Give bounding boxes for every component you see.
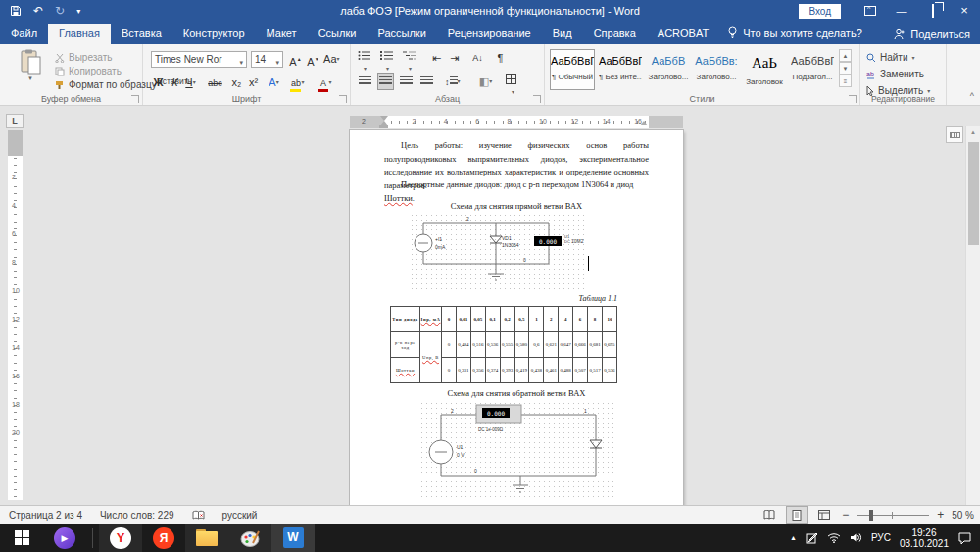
tray-expand-icon[interactable]: ▲ — [790, 534, 797, 541]
scrollbar-thumb[interactable] — [968, 142, 979, 245]
bold-button[interactable]: Ж — [151, 75, 166, 90]
cell-diode-name[interactable]: p-n пере ход — [391, 332, 420, 358]
zoom-level[interactable]: 50 % — [952, 510, 974, 521]
file-explorer-button[interactable] — [185, 524, 228, 552]
cell-voltage-value[interactable]: 0,419 — [514, 358, 529, 383]
vertical-ruler[interactable]: 2468101214161820 — [8, 130, 23, 500]
superscript-button[interactable]: х² — [246, 75, 261, 90]
gallery-down-icon[interactable]: ▼ — [839, 62, 852, 75]
font-color-button[interactable]: А▾ — [318, 75, 332, 90]
strikethrough-button[interactable]: abc — [208, 75, 222, 90]
restore-button[interactable] — [917, 0, 949, 22]
cell-current-value[interactable]: 8 — [588, 307, 603, 332]
word-taskbar-button[interactable]: W — [271, 524, 315, 552]
minimize-button[interactable]: — — [886, 0, 917, 22]
save-icon[interactable] — [10, 5, 22, 17]
cell-voltage-value[interactable]: 0,6 — [529, 332, 544, 358]
italic-button[interactable]: К — [168, 75, 182, 90]
zoom-slider[interactable] — [857, 509, 929, 521]
sign-in-button[interactable]: Вход — [799, 4, 841, 19]
cell-voltage-value[interactable]: 0,666 — [573, 332, 588, 358]
shading-button[interactable]: ◧▾ — [478, 74, 493, 89]
style-card[interactable]: АаБбВвГг,¶ Без инте... — [598, 49, 643, 90]
align-right-button[interactable] — [399, 74, 414, 89]
bullets-button[interactable]: ▾ — [358, 50, 372, 66]
taskbar-clock[interactable]: 19:2603.10.2021 — [900, 527, 949, 549]
borders-button[interactable]: ▾ — [506, 74, 520, 89]
styles-dialog-launcher-icon[interactable] — [849, 95, 857, 103]
ruler-toggle-button[interactable] — [946, 126, 963, 143]
zoom-out-button[interactable]: − — [842, 508, 849, 522]
wifi-icon[interactable] — [827, 532, 841, 543]
read-mode-icon[interactable] — [760, 507, 779, 523]
highlight-button[interactable]: ab▾ — [290, 75, 305, 90]
yandex-browser-button[interactable]: Y — [99, 524, 142, 552]
cell-current-value[interactable]: 0,1 — [485, 307, 500, 332]
tray-pen-icon[interactable] — [806, 532, 818, 544]
text-effects-button[interactable]: А▾ — [267, 75, 281, 90]
format-painter-button[interactable]: Формат по образцу — [55, 78, 157, 91]
paint-button[interactable] — [228, 524, 271, 552]
line-spacing-button[interactable]: ↕▾ — [445, 74, 461, 89]
cell-current-value[interactable]: 0 — [442, 307, 457, 332]
tab-ACROBAT[interactable]: ACROBAT — [647, 24, 719, 44]
speaker-icon[interactable] — [850, 532, 862, 543]
table-caption[interactable]: Таблица 1.1 — [390, 294, 617, 303]
caption-forward-circuit[interactable]: Схема для снятия прямой ветви ВАХ — [384, 201, 649, 211]
change-case-button[interactable]: Аа▾ — [323, 51, 340, 67]
tab-Рассылки[interactable]: Рассылки — [367, 24, 436, 44]
share-button[interactable]: Поделиться — [894, 28, 970, 40]
tab-Рецензирование[interactable]: Рецензирование — [437, 24, 542, 44]
decrease-indent-button[interactable]: ⇤ — [429, 50, 444, 66]
sort-button[interactable]: А↓ — [470, 50, 485, 66]
redo-icon[interactable]: ↻ — [55, 0, 65, 22]
zoom-slider-thumb[interactable] — [869, 510, 873, 521]
word-count[interactable]: Число слов: 229 — [91, 510, 183, 521]
cell-voltage-label[interactable]: Uпр, В — [420, 332, 442, 383]
cell-voltage-value[interactable]: 0,516 — [470, 332, 485, 358]
page-indicator[interactable]: Страница 2 из 4 — [0, 510, 91, 521]
style-card[interactable]: АаБбВв:Заголово... — [694, 49, 739, 90]
cell-voltage-value[interactable]: 0,695 — [602, 332, 616, 358]
cell-voltage-value[interactable]: 0,536 — [602, 358, 616, 383]
cell-voltage-value[interactable]: 0,438 — [529, 358, 544, 383]
tab-Конструктор[interactable]: Конструктор — [172, 24, 256, 44]
align-left-button[interactable] — [358, 74, 372, 89]
paragraph-dialog-launcher-icon[interactable] — [533, 95, 541, 103]
cell-current-value[interactable]: 0,5 — [514, 307, 529, 332]
ribbon-display-options-icon[interactable] — [864, 6, 876, 16]
subscript-button[interactable]: х₂ — [229, 75, 244, 90]
cell-current-value[interactable]: 4 — [559, 307, 573, 332]
cell-diode-name[interactable]: Шоттки — [391, 358, 420, 383]
cell-current-value[interactable]: 6 — [573, 307, 588, 332]
cell-current-value[interactable]: 2 — [544, 307, 559, 332]
increase-indent-button[interactable]: ⇥ — [447, 50, 462, 66]
gallery-expand-icon[interactable]: ≡ — [839, 75, 852, 87]
cell-current-header[interactable]: Iпр, мА — [420, 307, 442, 332]
tab-stop-selector[interactable]: L — [6, 114, 24, 128]
cell-current-value[interactable]: 0,01 — [456, 307, 470, 332]
tell-me[interactable]: Что вы хотите сделать? — [719, 26, 870, 44]
replace-button[interactable]: ab Заменить — [866, 69, 924, 79]
right-indent-marker[interactable] — [640, 117, 648, 125]
gallery-up-icon[interactable]: ▲ — [839, 49, 852, 62]
clipboard-dialog-launcher-icon[interactable] — [131, 95, 139, 103]
horizontal-ruler[interactable]: 2 246810121416 — [350, 116, 683, 128]
cell-voltage-value[interactable]: 0,536 — [485, 332, 500, 358]
zoom-in-button[interactable]: + — [937, 508, 944, 522]
left-indent-marker[interactable] — [379, 125, 388, 128]
style-card[interactable]: АаЬЗаголовок — [742, 49, 787, 90]
tab-Макет[interactable]: Макет — [256, 24, 308, 44]
proofing-icon[interactable] — [183, 510, 214, 521]
cell-voltage-value[interactable]: 0,555 — [500, 332, 514, 358]
cell-voltage-value[interactable]: 0,517 — [588, 358, 603, 383]
scroll-up-icon[interactable]: ▲ — [966, 126, 980, 139]
tab-Файл[interactable]: Файл — [0, 24, 48, 44]
grow-font-button[interactable]: А▲ — [288, 51, 303, 67]
cell-voltage-value[interactable]: 0,356 — [470, 358, 485, 383]
show-marks-button[interactable]: ¶ — [493, 50, 508, 66]
web-layout-icon[interactable] — [814, 507, 834, 523]
style-card[interactable]: АаБбВЗаголово... — [646, 49, 691, 90]
cell-current-value[interactable]: 0,2 — [500, 307, 514, 332]
copy-button[interactable]: Копировать — [55, 65, 122, 77]
